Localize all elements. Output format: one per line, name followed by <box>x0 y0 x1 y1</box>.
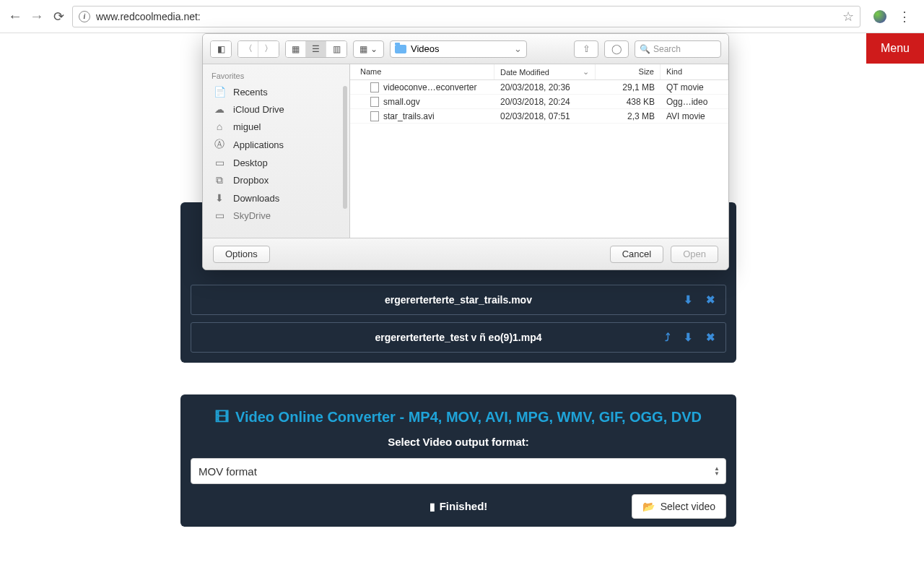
share-button[interactable]: ⇧ <box>574 40 598 58</box>
favorite-icon: Ⓐ <box>213 138 226 151</box>
tags-button[interactable]: ◯ <box>604 40 629 58</box>
sidebar-item-downloads[interactable]: ⬇Downloads <box>203 189 349 207</box>
favorite-icon: ⌂ <box>213 121 226 132</box>
favorites-header: Favorites <box>203 70 349 83</box>
file-name: small.ogv <box>383 97 420 107</box>
sidebar-item-icloud-drive[interactable]: ☁iCloud Drive <box>203 100 349 118</box>
favorite-icon: ⬇ <box>213 192 226 204</box>
file-date: 02/03/2018, 07:51 <box>494 111 596 121</box>
close-icon[interactable]: ✖ <box>706 293 715 306</box>
favorite-label: Desktop <box>233 158 268 168</box>
folder-icon <box>395 45 406 53</box>
folder-name: Videos <box>411 43 440 54</box>
chevron-updown-icon: ▲▼ <box>714 466 720 476</box>
sidebar-item-applications[interactable]: ⒶApplications <box>203 135 349 154</box>
favorites-panel: Favorites 📄Recents☁iCloud Drive⌂miguelⒶA… <box>203 64 350 238</box>
sidebar-scrollbar[interactable] <box>343 86 347 209</box>
grid-icon: ▦ <box>359 44 367 54</box>
file-kind: AVI movie <box>661 111 728 121</box>
dialog-back-button[interactable]: 〈 <box>238 41 258 57</box>
document-icon: ▮ <box>430 501 435 512</box>
file-kind: Ogg…ideo <box>661 97 728 107</box>
file-table: Name Date Modified⌄ Size Kind videoconve… <box>350 64 728 238</box>
group-dropdown[interactable]: ▦⌄ <box>353 40 384 58</box>
favorite-label: iCloud Drive <box>233 104 284 115</box>
file-icon <box>370 111 379 121</box>
cancel-button[interactable]: Cancel <box>610 246 663 263</box>
download-icon[interactable]: ⬇ <box>684 293 693 306</box>
menu-button[interactable]: Menu <box>866 33 924 64</box>
col-name[interactable]: Name <box>350 64 494 79</box>
format-selected: MOV format <box>199 465 257 478</box>
converter-subtitle: Select Video output format: <box>191 436 726 448</box>
favorite-label: Downloads <box>233 193 279 204</box>
favorite-label: Applications <box>233 139 284 150</box>
favorite-icon: ☁ <box>213 103 226 115</box>
url-bar[interactable]: i www.redcoolmedia.net: ☆ <box>72 6 860 27</box>
file-name: star_trails.avi <box>383 111 435 121</box>
file-date: 20/03/2018, 20:24 <box>494 97 596 107</box>
options-button[interactable]: Options <box>213 246 270 263</box>
view-icon-grid[interactable]: ▦ <box>286 41 306 57</box>
browser-toolbar: ← → ⟳ i www.redcoolmedia.net: ☆ ⋮ <box>0 0 924 33</box>
file-icon <box>370 97 379 107</box>
forward-button[interactable]: → <box>29 8 45 25</box>
browser-menu-icon[interactable]: ⋮ <box>898 9 911 25</box>
back-button[interactable]: ← <box>7 8 23 25</box>
view-icon-list[interactable]: ☰ <box>306 41 326 57</box>
close-icon[interactable]: ✖ <box>706 331 715 344</box>
view-mode-seg: ▦ ☰ ▥ <box>285 40 347 58</box>
dialog-search[interactable]: 🔍 Search <box>635 40 721 58</box>
reload-button[interactable]: ⟳ <box>51 9 66 25</box>
favorite-label: Recents <box>233 87 268 98</box>
sidebar-item-dropbox[interactable]: ⧉Dropbox <box>203 171 349 189</box>
favorite-label: SkyDrive <box>233 210 271 221</box>
col-date[interactable]: Date Modified⌄ <box>494 64 596 79</box>
extension-icon[interactable] <box>873 10 886 23</box>
sidebar-item-miguel[interactable]: ⌂miguel <box>203 118 349 135</box>
converter-footer: ▮ Finished! 📂 Select video <box>191 500 726 512</box>
search-placeholder: Search <box>653 44 681 54</box>
dialog-forward-button[interactable]: 〉 <box>258 41 279 57</box>
dialog-body: Favorites 📄Recents☁iCloud Drive⌂miguelⒶA… <box>203 64 728 238</box>
file-row-name: ergererterterte_test v ñ eo(9)1.mp4 <box>375 332 541 343</box>
file-icon <box>370 82 379 92</box>
table-row[interactable]: star_trails.avi02/03/2018, 07:512,3 MBAV… <box>350 109 728 124</box>
sidebar-toggle[interactable]: ◧ <box>210 40 232 58</box>
view-icon-columns[interactable]: ▥ <box>326 41 346 57</box>
sidebar-item-skydrive[interactable]: ▭SkyDrive <box>203 207 349 224</box>
site-info-icon[interactable]: i <box>79 11 90 22</box>
select-video-label: Select video <box>661 501 715 512</box>
favorite-label: Dropbox <box>233 175 269 186</box>
url-text: www.redcoolmedia.net: <box>96 11 842 22</box>
film-icon: 🎞 <box>215 409 230 426</box>
file-size: 2,3 MB <box>596 111 661 121</box>
select-video-button[interactable]: 📂 Select video <box>632 494 726 519</box>
file-open-dialog: ◧ 〈 〉 ▦ ☰ ▥ ▦⌄ Videos ⇧ ◯ 🔍 Search <box>202 33 729 270</box>
file-row: ergererterterte_test v ñ eo(9)1.mp4 ⤴ ⬇ … <box>191 322 726 353</box>
file-date: 20/03/2018, 20:36 <box>494 82 596 92</box>
favorite-label: miguel <box>233 121 261 132</box>
format-select[interactable]: MOV format ▲▼ <box>191 458 726 484</box>
col-kind[interactable]: Kind <box>661 64 728 79</box>
file-row-actions: ⤴ ⬇ ✖ <box>665 331 715 344</box>
sidebar-toggle-icon[interactable]: ◧ <box>211 41 231 57</box>
table-row[interactable]: videoconve…econverter20/03/2018, 20:3629… <box>350 80 728 95</box>
favorite-icon: ▭ <box>213 157 226 168</box>
share-icon[interactable]: ⤴ <box>665 331 671 344</box>
folder-selector[interactable]: Videos <box>390 40 527 58</box>
sidebar-item-desktop[interactable]: ▭Desktop <box>203 154 349 171</box>
chevron-down-icon: ⌄ <box>370 44 378 54</box>
converter-card: 🎞 Video Online Converter - MP4, MOV, AVI… <box>180 394 736 527</box>
bookmark-icon[interactable]: ☆ <box>842 9 854 25</box>
open-button[interactable]: Open <box>671 246 718 263</box>
sidebar-item-recents[interactable]: 📄Recents <box>203 83 349 100</box>
col-size[interactable]: Size <box>596 64 661 79</box>
table-row[interactable]: small.ogv20/03/2018, 20:24438 KBOgg…ideo <box>350 95 728 109</box>
search-icon: 🔍 <box>640 44 650 54</box>
download-icon[interactable]: ⬇ <box>684 331 693 344</box>
table-header: Name Date Modified⌄ Size Kind <box>350 64 728 80</box>
folder-open-icon: 📂 <box>642 501 655 512</box>
finished-label: ▮ Finished! <box>430 500 488 512</box>
file-kind: QT movie <box>661 82 728 92</box>
